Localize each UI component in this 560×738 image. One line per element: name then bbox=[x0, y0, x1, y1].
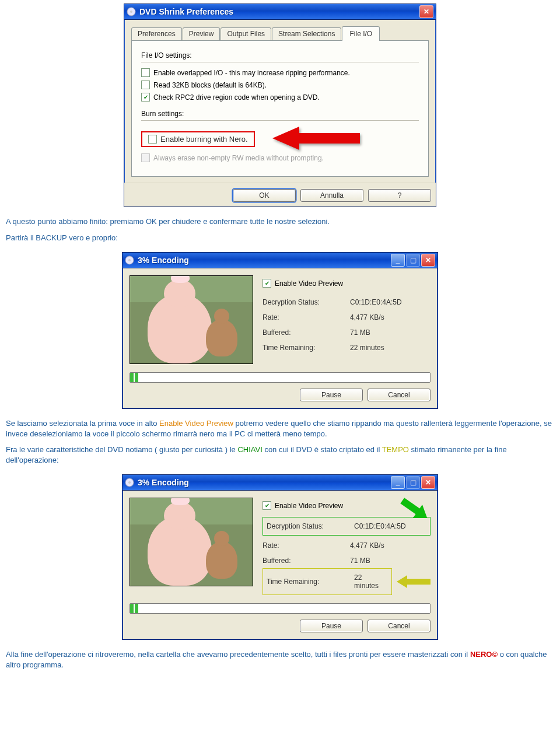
paragraph: A questo punto abbiamo finito: premiamo … bbox=[6, 216, 554, 227]
yellow-arrow-left-icon bbox=[397, 574, 430, 589]
checkbox-icon[interactable]: ✔ bbox=[141, 93, 150, 102]
maximize-icon: ▢ bbox=[406, 254, 420, 267]
highlight-evo: Enable Video Preview bbox=[159, 419, 233, 428]
cancel-button[interactable]: Cancel bbox=[368, 620, 430, 632]
cancel-button[interactable]: Annulla bbox=[300, 189, 363, 202]
checkbox-icon bbox=[141, 153, 150, 162]
encoding-title: 3% Encoding bbox=[138, 256, 391, 265]
time-remaining-value: 22 minutes bbox=[354, 570, 388, 593]
highlight-decryption-row: Decryption Status: C0:1D:E0:4A:5D bbox=[262, 517, 430, 536]
section-io-label: File I/O settings: bbox=[141, 51, 419, 60]
paragraph: Partirà il BACKUP vero e proprio: bbox=[6, 233, 554, 243]
progress-bar bbox=[130, 372, 430, 383]
paragraph: Fra le varie caratteristiche del DVD not… bbox=[6, 445, 554, 465]
highlight-time-remaining-row: Time Remaining: 22 minutes bbox=[262, 568, 392, 595]
opt-nero-label: Enable burning with Nero. bbox=[160, 135, 248, 144]
svg-marker-2 bbox=[272, 127, 360, 150]
dvd-shrink-icon bbox=[125, 256, 134, 265]
red-arrow-left-icon bbox=[272, 127, 366, 150]
video-preview bbox=[130, 498, 253, 586]
pause-button[interactable]: Pause bbox=[300, 620, 363, 632]
opt-32kb-blocks[interactable]: Read 32KB blocks (default is 64KB). bbox=[141, 81, 419, 89]
enable-video-preview[interactable]: ✔ Enable Video Preview bbox=[262, 279, 430, 288]
checkbox-icon[interactable] bbox=[141, 68, 150, 77]
tab-page-file-io: File I/O settings: Enable overlapped I/O… bbox=[131, 40, 429, 177]
rate-value: 4,477 KB/s bbox=[350, 538, 390, 553]
svg-point-6 bbox=[128, 481, 131, 484]
prefs-title: DVD Shrink Preferences bbox=[139, 7, 419, 16]
rate-label: Rate: bbox=[262, 310, 350, 325]
prefs-dialog: DVD Shrink Preferences ✕ Preferences Pre… bbox=[124, 4, 436, 207]
progress-fill bbox=[130, 373, 139, 382]
svg-marker-7 bbox=[398, 494, 432, 525]
svg-point-4 bbox=[128, 259, 131, 261]
tab-preferences[interactable]: Preferences bbox=[131, 27, 182, 40]
tab-stream-selections[interactable]: Stream Selections bbox=[272, 27, 341, 40]
ok-button[interactable]: OK bbox=[233, 189, 296, 202]
encoding-stats: ✔ Enable Video Preview bbox=[262, 498, 430, 595]
decryption-status-label: Decryption Status: bbox=[262, 295, 350, 310]
paragraph: Se lasciamo selezionata la prima voce in… bbox=[6, 418, 554, 439]
opt-rpc2-label: Check RPC2 drive region code when openin… bbox=[153, 93, 320, 102]
close-icon[interactable]: ✕ bbox=[421, 254, 435, 267]
enable-video-preview-label: Enable Video Preview bbox=[275, 279, 343, 288]
enable-video-preview-label: Enable Video Preview bbox=[275, 502, 343, 510]
tab-preview[interactable]: Preview bbox=[183, 27, 220, 40]
tab-file-io[interactable]: File I/O bbox=[342, 26, 380, 41]
prefs-tabs: Preferences Preview Output Files Stream … bbox=[131, 26, 429, 40]
opt-rpc2[interactable]: ✔ Check RPC2 drive region code when open… bbox=[141, 93, 419, 102]
section-burn-label: Burn settings: bbox=[141, 110, 419, 118]
opt-overlapped-io[interactable]: Enable overlapped I/O - this may increas… bbox=[141, 68, 419, 77]
svg-marker-8 bbox=[397, 575, 430, 588]
progress-bar bbox=[130, 603, 430, 614]
checkbox-icon[interactable]: ✔ bbox=[262, 501, 271, 510]
time-remaining-value: 22 minutes bbox=[350, 340, 408, 355]
encoding-titlebar[interactable]: 3% Encoding _ ▢ ✕ bbox=[123, 253, 438, 268]
encoding-dialog-2: 3% Encoding _ ▢ ✕ ✔ bbox=[122, 474, 438, 640]
divider bbox=[141, 62, 419, 62]
time-remaining-label: Time Remaining: bbox=[267, 570, 354, 593]
divider bbox=[141, 120, 419, 121]
opt-32kb-label: Read 32KB blocks (default is 64KB). bbox=[153, 81, 267, 89]
highlight-tempo: TEMPO bbox=[382, 445, 409, 454]
maximize-icon: ▢ bbox=[406, 476, 420, 489]
help-button[interactable]: ? bbox=[368, 189, 431, 202]
opt-erase-rw: Always erase non-empty RW media without … bbox=[141, 153, 419, 162]
prefs-titlebar[interactable]: DVD Shrink Preferences ✕ bbox=[124, 4, 436, 20]
opt-erase-label: Always erase non-empty RW media without … bbox=[153, 154, 324, 162]
paragraph: Alla fine dell'operazione ci ritroveremo… bbox=[6, 649, 554, 670]
close-icon[interactable]: ✕ bbox=[419, 5, 433, 18]
cancel-button[interactable]: Cancel bbox=[368, 389, 430, 401]
dvd-shrink-icon bbox=[127, 7, 136, 16]
rate-label: Rate: bbox=[262, 538, 350, 553]
buffered-value: 71 MB bbox=[350, 553, 390, 568]
tab-output-files[interactable]: Output Files bbox=[220, 27, 271, 40]
highlight-nero: NERO© bbox=[470, 650, 498, 659]
checkbox-icon[interactable]: ✔ bbox=[262, 279, 271, 288]
highlight-nero-option: Enable burning with Nero. bbox=[141, 131, 255, 147]
encoding-title: 3% Encoding bbox=[138, 478, 391, 487]
encoding-stats: ✔ Enable Video Preview Decryption Status… bbox=[262, 275, 430, 355]
encoding-dialog-1: 3% Encoding _ ▢ ✕ ✔ bbox=[122, 252, 438, 409]
video-preview bbox=[130, 275, 253, 364]
minimize-icon[interactable]: _ bbox=[391, 254, 405, 267]
highlight-chiavi: CHIAVI bbox=[237, 445, 262, 454]
decryption-status-value: C0:1D:E0:4A:5D bbox=[350, 295, 408, 310]
time-remaining-label: Time Remaining: bbox=[262, 340, 350, 355]
opt-overlapped-io-label: Enable overlapped I/O - this may increas… bbox=[153, 69, 350, 77]
dvd-shrink-icon bbox=[125, 478, 134, 487]
svg-point-1 bbox=[130, 11, 132, 13]
encoding-titlebar[interactable]: 3% Encoding _ ▢ ✕ bbox=[123, 475, 438, 491]
buffered-label: Buffered: bbox=[262, 553, 350, 568]
progress-fill bbox=[130, 604, 139, 613]
pause-button[interactable]: Pause bbox=[300, 389, 363, 401]
checkbox-icon[interactable] bbox=[148, 135, 157, 144]
minimize-icon[interactable]: _ bbox=[391, 476, 405, 489]
prefs-button-bar: OK Annulla ? bbox=[124, 183, 436, 207]
rate-value: 4,477 KB/s bbox=[350, 310, 408, 325]
buffered-value: 71 MB bbox=[350, 325, 408, 340]
buffered-label: Buffered: bbox=[262, 325, 350, 340]
checkbox-icon[interactable] bbox=[141, 81, 150, 89]
close-icon[interactable]: ✕ bbox=[421, 476, 435, 489]
decryption-status-label: Decryption Status: bbox=[267, 519, 354, 534]
